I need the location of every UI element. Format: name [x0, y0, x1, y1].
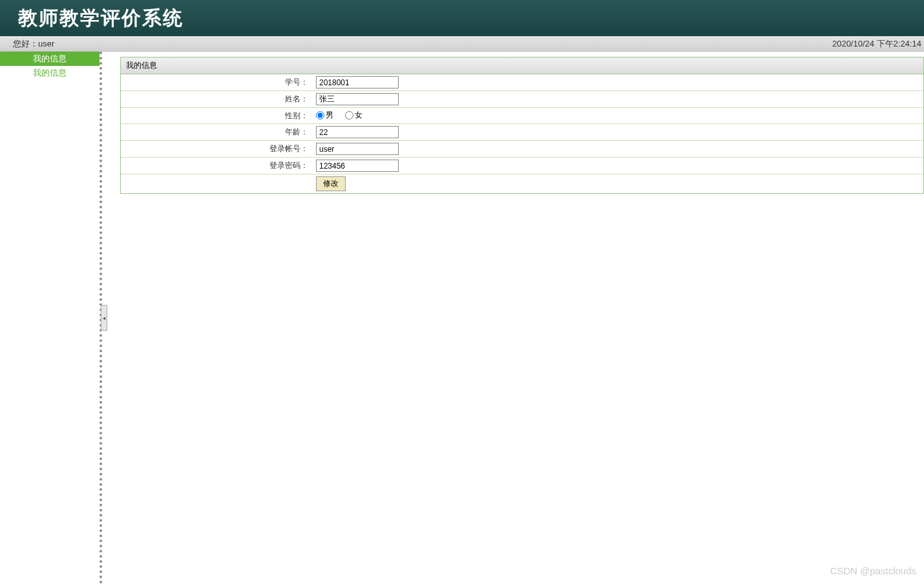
table-row: 性别： 男 女: [121, 108, 923, 124]
table-row: 学号：: [121, 74, 923, 91]
gender-female-radio[interactable]: [345, 111, 353, 120]
main-layout: 我的信息 我的信息 ◂ 我的信息 学号： 姓名：: [0, 52, 924, 584]
account-input[interactable]: [316, 143, 399, 155]
info-form-table: 学号： 姓名： 性别：: [121, 74, 923, 193]
gender-radio-group: 男 女: [316, 110, 362, 121]
age-label: 年龄：: [121, 124, 313, 141]
gender-female-option[interactable]: 女: [345, 110, 362, 121]
sidebar-item-my-info-active[interactable]: 我的信息: [0, 52, 100, 66]
name-input[interactable]: [316, 93, 399, 105]
top-bar: 您好：user 2020/10/24 下午2:24:14: [0, 36, 924, 52]
table-row: 登录帐号：: [121, 141, 923, 158]
gender-male-label: 男: [326, 110, 333, 121]
gender-male-option[interactable]: 男: [316, 110, 333, 121]
gender-female-label: 女: [355, 110, 362, 121]
password-input[interactable]: [316, 160, 399, 172]
name-label: 姓名：: [121, 91, 313, 108]
table-row: 年龄：: [121, 124, 923, 141]
app-title: 教师教学评价系统: [18, 5, 184, 32]
password-label: 登录密码：: [121, 158, 313, 174]
greeting-username: user: [38, 39, 54, 48]
age-input[interactable]: [316, 126, 399, 138]
table-row: 姓名：: [121, 91, 923, 108]
panel-title: 我的信息: [121, 57, 923, 74]
student-id-label: 学号：: [121, 74, 313, 91]
account-label: 登录帐号：: [121, 141, 313, 158]
gender-label: 性别：: [121, 108, 313, 124]
content-area: 我的信息 学号： 姓名： 性别：: [102, 52, 924, 584]
chevron-left-icon: ◂: [103, 315, 105, 321]
sidebar-collapse-handle[interactable]: ◂: [101, 305, 107, 331]
sidebar-item-my-info[interactable]: 我的信息: [0, 66, 100, 80]
greeting: 您好：user: [13, 38, 54, 50]
info-panel: 我的信息 学号： 姓名： 性别：: [120, 57, 924, 194]
submit-button[interactable]: 修改: [316, 176, 346, 191]
gender-male-radio[interactable]: [316, 111, 324, 120]
table-row: 修改: [121, 174, 923, 194]
table-row: 登录密码：: [121, 158, 923, 174]
datetime-display: 2020/10/24 下午2:24:14: [832, 38, 921, 50]
student-id-input[interactable]: [316, 76, 399, 89]
sidebar: 我的信息 我的信息 ◂: [0, 52, 102, 584]
app-header: 教师教学评价系统: [0, 0, 924, 36]
greeting-prefix: 您好：: [13, 39, 38, 48]
